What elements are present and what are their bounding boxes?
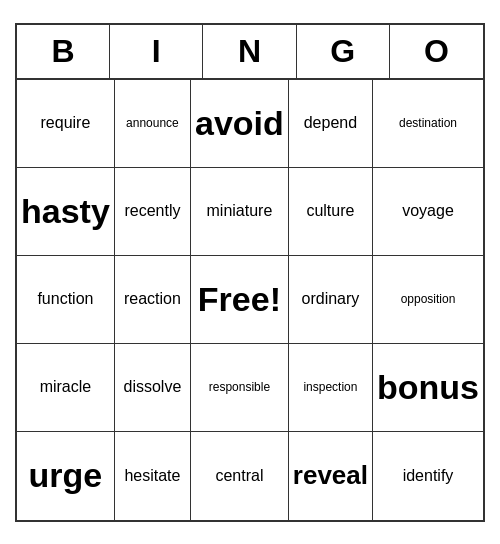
bingo-cell: reaction [115, 256, 191, 344]
cell-text: reaction [124, 289, 181, 308]
cell-text: recently [124, 201, 180, 220]
bingo-cell: depend [289, 80, 373, 168]
bingo-cell: opposition [373, 256, 483, 344]
bingo-cell: identify [373, 432, 483, 520]
cell-text: inspection [303, 380, 357, 394]
bingo-cell: function [17, 256, 115, 344]
bingo-card: BINGO requireannounceavoiddependdestinat… [15, 23, 485, 522]
cell-text: hesitate [124, 466, 180, 485]
cell-text: require [41, 113, 91, 132]
bingo-cell: dissolve [115, 344, 191, 432]
bingo-cell: urge [17, 432, 115, 520]
bingo-cell: hasty [17, 168, 115, 256]
bingo-cell: bonus [373, 344, 483, 432]
header-letter: I [110, 25, 203, 78]
cell-text: depend [304, 113, 357, 132]
cell-text: hasty [21, 191, 110, 232]
bingo-cell: hesitate [115, 432, 191, 520]
bingo-cell: ordinary [289, 256, 373, 344]
header-letter: G [297, 25, 390, 78]
header-letter: O [390, 25, 483, 78]
cell-text: reveal [293, 460, 368, 491]
bingo-cell: Free! [191, 256, 289, 344]
cell-text: ordinary [302, 289, 360, 308]
bingo-cell: recently [115, 168, 191, 256]
header-letter: B [17, 25, 110, 78]
bingo-cell: miniature [191, 168, 289, 256]
bingo-cell: miracle [17, 344, 115, 432]
bingo-cell: inspection [289, 344, 373, 432]
bingo-cell: responsible [191, 344, 289, 432]
cell-text: culture [306, 201, 354, 220]
cell-text: central [215, 466, 263, 485]
cell-text: dissolve [124, 377, 182, 396]
cell-text: function [37, 289, 93, 308]
cell-text: responsible [209, 380, 270, 394]
cell-text: Free! [198, 279, 281, 320]
header-letter: N [203, 25, 296, 78]
cell-text: bonus [377, 367, 479, 408]
bingo-grid: requireannounceavoiddependdestinationhas… [17, 80, 483, 520]
bingo-header: BINGO [17, 25, 483, 80]
bingo-cell: avoid [191, 80, 289, 168]
cell-text: opposition [401, 292, 456, 306]
bingo-cell: reveal [289, 432, 373, 520]
bingo-cell: central [191, 432, 289, 520]
cell-text: identify [403, 466, 454, 485]
bingo-cell: require [17, 80, 115, 168]
bingo-cell: announce [115, 80, 191, 168]
cell-text: destination [399, 116, 457, 130]
bingo-cell: culture [289, 168, 373, 256]
bingo-cell: destination [373, 80, 483, 168]
cell-text: urge [29, 455, 103, 496]
bingo-cell: voyage [373, 168, 483, 256]
cell-text: miracle [40, 377, 92, 396]
cell-text: miniature [207, 201, 273, 220]
cell-text: announce [126, 116, 179, 130]
cell-text: voyage [402, 201, 454, 220]
cell-text: avoid [195, 103, 284, 144]
